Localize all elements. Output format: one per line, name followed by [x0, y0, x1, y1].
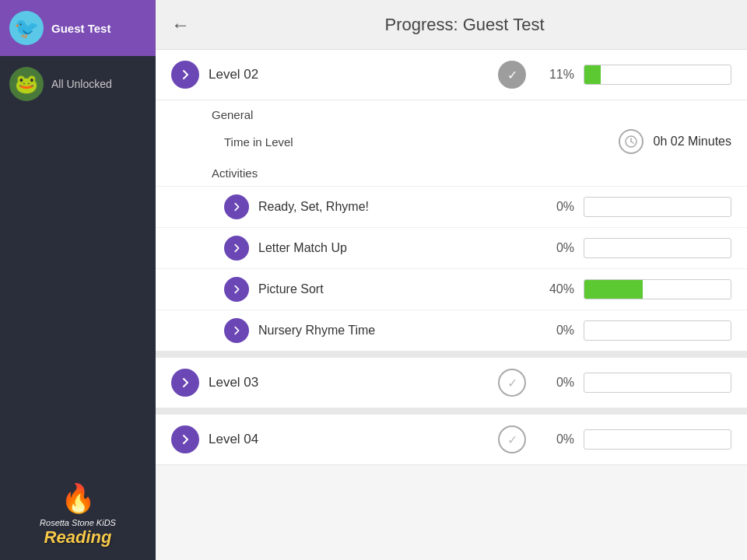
level-03-name: Level 03 — [209, 375, 489, 390]
activity-row-0: Ready, Set, Rhyme! 0% — [156, 186, 747, 227]
back-button[interactable]: ← — [171, 14, 190, 36]
time-value: 0h 02 Minutes — [653, 135, 731, 149]
level-04-name: Level 04 — [209, 432, 489, 447]
sidebar-spacer — [0, 112, 156, 470]
checkmark-icon: ✓ — [507, 68, 517, 82]
activity-1-bar — [584, 238, 731, 258]
level-03-check: ✓ — [498, 369, 526, 397]
content-area: Level 02 ✓ 11% General Time in Level — [156, 50, 747, 560]
page-title: Progress: Guest Test — [198, 15, 731, 35]
activity-2-name: Picture Sort — [258, 282, 526, 296]
activity-0-chevron[interactable] — [224, 194, 249, 219]
divider-2 — [156, 408, 747, 415]
activity-2-chevron[interactable] — [224, 277, 249, 302]
activity-1-chevron[interactable] — [224, 236, 249, 261]
svg-line-2 — [631, 142, 633, 143]
sidebar-logo: 🔥 Rosetta Stone KiDS Reading — [0, 470, 156, 560]
sidebar-item-all-unlocked[interactable]: 🐸 All Unlocked — [0, 56, 156, 112]
brand-label: Rosetta Stone KiDS — [40, 518, 116, 527]
level-02-progress-bar — [584, 65, 731, 85]
clock-icon — [619, 129, 644, 154]
level-03-progress-bar — [584, 373, 731, 393]
activity-2-bar — [584, 279, 731, 299]
product-label: Reading — [44, 527, 112, 548]
activity-3-name: Nursery Rhyme Time — [258, 324, 526, 338]
time-in-level-row: Time in Level 0h 02 Minutes — [156, 124, 747, 162]
level-03-percent: 0% — [535, 376, 574, 390]
all-unlocked-label: All Unlocked — [51, 78, 112, 90]
activity-0-bar — [584, 197, 731, 217]
level-02-row: Level 02 ✓ 11% — [156, 50, 747, 100]
level-03-row: Level 03 ✓ 0% — [156, 358, 747, 408]
avatar-all-unlocked: 🐸 — [9, 67, 44, 101]
flame-icon: 🔥 — [61, 482, 96, 515]
header: ← Progress: Guest Test — [156, 0, 747, 50]
level-03-chevron[interactable] — [171, 369, 199, 397]
activity-row-2: Picture Sort 40% — [156, 268, 747, 310]
activity-0-name: Ready, Set, Rhyme! — [258, 200, 526, 214]
level-04-percent: 0% — [535, 432, 574, 446]
divider-1 — [156, 352, 747, 358]
activity-0-percent: 0% — [535, 200, 574, 214]
level-04-progress-bar — [584, 429, 731, 450]
level-02-check: ✓ — [498, 61, 526, 89]
activity-row-3: Nursery Rhyme Time 0% — [156, 310, 747, 351]
level-02-progress-fill — [584, 65, 601, 84]
sidebar-item-guest-test[interactable]: 🐦 Guest Test — [0, 0, 156, 56]
activity-3-chevron[interactable] — [224, 318, 249, 343]
level-02-chevron[interactable] — [171, 61, 199, 89]
activity-1-percent: 0% — [535, 241, 574, 255]
sidebar-username: Guest Test — [51, 22, 110, 35]
level-04-row: Level 04 ✓ 0% — [156, 415, 747, 465]
general-label: General — [156, 100, 747, 124]
sidebar: 🐦 Guest Test 🐸 All Unlocked 🔥 Rosetta St… — [0, 0, 156, 560]
activities-label: Activities — [156, 162, 747, 186]
activity-2-fill — [584, 280, 643, 299]
time-in-level-label: Time in Level — [224, 135, 609, 149]
activity-row-1: Letter Match Up 0% — [156, 227, 747, 268]
level-04-chevron[interactable] — [171, 425, 199, 453]
level-02-expanded: General Time in Level 0h 02 Minutes Acti… — [156, 100, 747, 352]
level-02-name: Level 02 — [209, 67, 489, 82]
bird-icon: 🐦 — [14, 16, 39, 40]
checkmark-icon-04: ✓ — [507, 432, 517, 447]
frog-icon: 🐸 — [15, 73, 38, 95]
activity-3-bar — [584, 320, 731, 341]
activity-3-percent: 0% — [535, 324, 574, 338]
activity-1-name: Letter Match Up — [258, 241, 526, 255]
activity-2-percent: 40% — [535, 282, 574, 296]
level-02-percent: 11% — [535, 68, 574, 82]
avatar-guest-test: 🐦 — [9, 11, 44, 45]
checkmark-icon-03: ✓ — [507, 376, 517, 390]
main-panel: ← Progress: Guest Test Level 02 ✓ 11% Ge… — [156, 0, 747, 560]
level-04-check: ✓ — [498, 425, 526, 453]
